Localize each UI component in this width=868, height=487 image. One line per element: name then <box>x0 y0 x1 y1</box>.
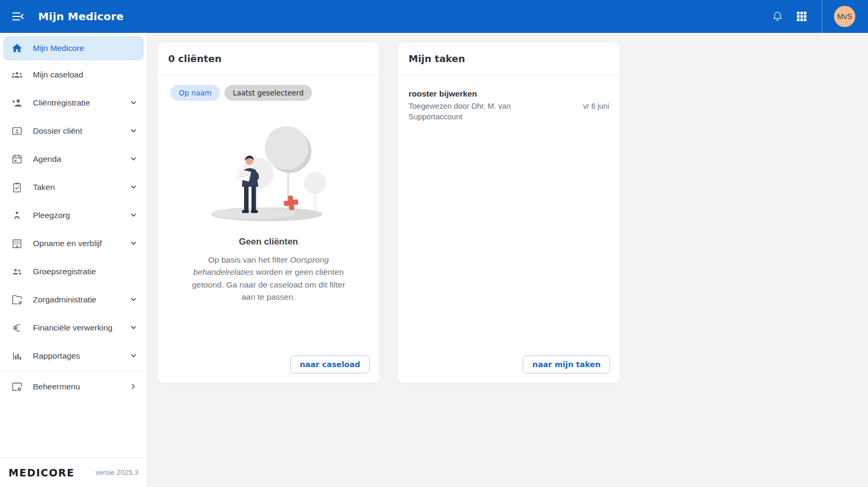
building-icon <box>11 238 23 249</box>
empty-state-title: Geen cliënten <box>239 237 298 247</box>
sidebar-item-label: Dossier cliënt <box>33 126 129 136</box>
sidebar-divider <box>0 371 147 371</box>
sidebar-item-opname-en-verblijf[interactable]: Opname en verblijf <box>0 229 147 257</box>
person-icon <box>11 210 23 221</box>
chevron-down-icon <box>129 211 137 219</box>
window-gear-icon <box>11 381 23 393</box>
sidebar-item-groepsregistratie[interactable]: Groepsregistratie <box>0 257 147 285</box>
chip-laatst-geselecteerd[interactable]: Laatst geselecteerd <box>224 85 312 101</box>
user-avatar[interactable]: MvS <box>834 6 855 27</box>
sidebar-item-label: Cliëntregistratie <box>33 98 129 108</box>
empty-state-text: Op basis van het filter Oorsprong behand… <box>188 254 350 303</box>
bar-chart-icon <box>11 350 23 362</box>
calendar-icon <box>11 153 23 165</box>
task-due-date: vr 6 juni <box>583 101 609 122</box>
sidebar-item-label: Pleegzorg <box>33 211 129 220</box>
medicore-logo: MEDICORE <box>8 467 74 479</box>
tasks-card-title: Mijn taken <box>409 53 609 64</box>
chevron-down-icon <box>129 155 137 163</box>
person-add-icon <box>11 97 23 109</box>
empty-clients-illustration <box>207 123 330 223</box>
sidebar-item-label: Mijn Medicore <box>33 44 137 53</box>
sidebar-item-clientregistratie[interactable]: Cliëntregistratie <box>0 89 147 117</box>
sidebar-item-beheermenu[interactable]: Beheermenu <box>0 372 147 401</box>
menu-open-icon[interactable] <box>8 7 28 26</box>
tasks-card-header: Mijn taken <box>398 42 620 75</box>
sidebar-item-label: Mijn caseload <box>33 70 137 80</box>
sidebar-item-agenda[interactable]: Agenda <box>0 145 147 173</box>
sidebar-item-rapportages[interactable]: Rapportages <box>0 342 147 370</box>
chevron-down-icon <box>129 127 137 135</box>
sidebar-item-financiele-verwerking[interactable]: Financiële verwerking <box>0 314 147 342</box>
sidebar-item-label: Agenda <box>33 154 129 164</box>
chevron-down-icon <box>129 352 137 360</box>
clipboard-check-icon <box>11 181 23 193</box>
sidebar-item-label: Opname en verblijf <box>33 239 129 248</box>
sidebar-item-mijn-caseload[interactable]: Mijn caseload <box>0 60 147 89</box>
task-assigned-by: Toegewezen door Dhr. M. van Supportaccou… <box>409 101 523 122</box>
chevron-right-icon <box>129 382 137 390</box>
naar-mijn-taken-button[interactable]: naar mijn taken <box>523 355 610 373</box>
main-content: 0 cliënten Op naam Laatst geselecteerd <box>147 33 868 487</box>
empty-clients-state: Geen cliënten Op basis van het filter Oo… <box>167 101 370 355</box>
sidebar-footer: MEDICORE versie 2025.3 <box>0 457 147 487</box>
clients-card-header: 0 cliënten <box>158 42 379 75</box>
chevron-down-icon <box>129 239 137 247</box>
clients-card: 0 cliënten Op naam Laatst geselecteerd <box>157 41 380 384</box>
sidebar-item-label: Taken <box>33 182 129 192</box>
sidebar-item-label: Rapportages <box>33 351 129 361</box>
empty-text-before: Op basis van het filter <box>208 255 288 264</box>
chevron-down-icon <box>129 324 137 332</box>
sidebar-item-mijn-medicore[interactable]: Mijn Medicore <box>3 36 144 60</box>
home-icon <box>11 42 23 54</box>
version-label: versie 2025.3 <box>96 468 138 476</box>
sidebar-item-label: Financiële verwerking <box>33 323 129 333</box>
sidebar-item-taken[interactable]: Taken <box>0 173 147 201</box>
sidebar-item-zorgadministratie[interactable]: Zorgadministratie <box>0 285 147 314</box>
client-sort-chips: Op naam Laatst geselecteerd <box>170 85 370 101</box>
chevron-down-icon <box>129 99 137 107</box>
naar-caseload-button[interactable]: naar caseload <box>290 355 370 373</box>
sidebar-item-label: Zorgadministratie <box>33 295 129 305</box>
chevron-down-icon <box>129 183 137 191</box>
sidebar-item-pleegzorg[interactable]: Pleegzorg <box>0 201 147 229</box>
clients-card-title: 0 cliënten <box>168 53 369 64</box>
tasks-card: Mijn taken rooster bijwerken Toegewezen … <box>397 41 620 384</box>
sidebar-item-label: Groepsregistratie <box>33 267 137 276</box>
groups-icon <box>11 266 23 277</box>
chip-op-naam[interactable]: Op naam <box>170 85 220 101</box>
top-bar: Mijn Medicore MvS <box>0 0 868 33</box>
app-title: Mijn Medicore <box>38 10 124 23</box>
groups-icon <box>11 69 23 81</box>
chevron-down-icon <box>129 295 137 303</box>
topbar-divider <box>822 0 822 33</box>
apps-grid-icon[interactable] <box>791 6 812 27</box>
folder-transfer-icon <box>11 294 23 306</box>
sidebar-item-label: Beheermenu <box>33 382 129 392</box>
bell-icon[interactable] <box>767 6 788 27</box>
folder-person-icon <box>11 125 23 137</box>
sidebar-item-dossier-client[interactable]: Dossier cliënt <box>0 117 147 145</box>
task-list-item[interactable]: rooster bijwerken Toegewezen door Dhr. M… <box>407 85 610 122</box>
task-title: rooster bijwerken <box>409 89 609 99</box>
sidebar: Mijn Medicore Mijn caseload <box>0 33 147 487</box>
euro-icon <box>11 322 23 334</box>
